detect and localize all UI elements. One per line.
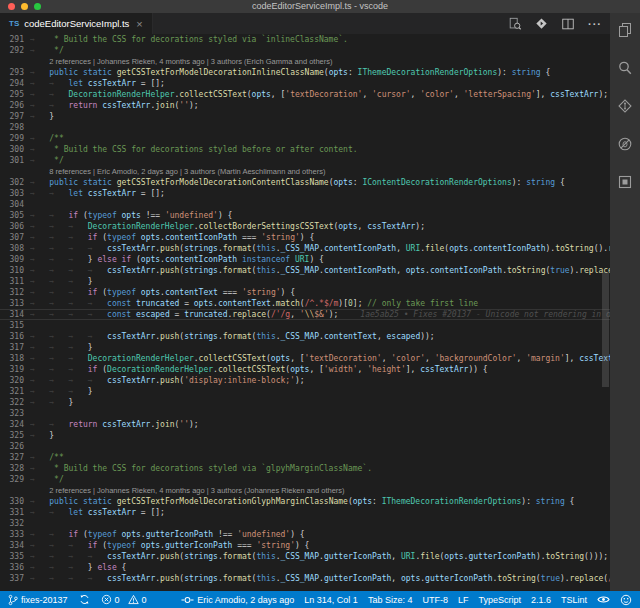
code-line[interactable]: 291→ * Build the CSS for decorations sty… — [0, 34, 610, 45]
line-number[interactable]: 295 — [0, 89, 30, 100]
line-number[interactable]: 335 — [0, 551, 30, 562]
code-line[interactable]: 309→→→} else if (opts.contentIconPath in… — [0, 254, 610, 265]
line-number[interactable]: 327 — [0, 452, 30, 463]
code-line[interactable]: 315 — [0, 320, 610, 331]
line-number[interactable]: 293 — [0, 67, 30, 78]
zoom-window-button[interactable] — [34, 3, 41, 10]
more-actions-icon[interactable]: ··· — [588, 19, 602, 29]
code-line[interactable]: 305→→if (typeof opts !== 'undefined') { — [0, 210, 610, 221]
line-number[interactable]: 325 — [0, 430, 30, 441]
line-number[interactable]: 326 — [0, 441, 30, 452]
line-number[interactable]: 333 — [0, 529, 30, 540]
code-line[interactable]: 306→→→DecorationRenderHelper.collectBord… — [0, 221, 610, 232]
explorer-icon[interactable] — [615, 21, 635, 38]
source-control-icon[interactable] — [615, 97, 635, 114]
line-number[interactable]: 310 — [0, 265, 30, 276]
code-line[interactable]: 327→/** — [0, 452, 610, 463]
code-line[interactable]: 336→→→} else { — [0, 562, 610, 573]
git-branch-status[interactable]: fixes-20137 — [8, 594, 68, 606]
line-number[interactable]: 323 — [0, 408, 30, 419]
line-number[interactable]: 317 — [0, 342, 30, 353]
code-line[interactable]: 331→→let cssTextArr = []; — [0, 507, 610, 518]
gitlens-icon[interactable] — [535, 17, 548, 30]
line-number[interactable]: 309 — [0, 254, 30, 265]
line-number[interactable] — [0, 56, 30, 67]
code-line[interactable]: 322→→} — [0, 397, 610, 408]
code-line[interactable]: 294→→let cssTextArr = []; — [0, 78, 610, 89]
code-line[interactable]: 330→public static getCSSTextForModelDeco… — [0, 496, 610, 507]
codelens-link[interactable]: 2 references | Johannes Rieken, 4 months… — [49, 486, 344, 495]
codelens-row[interactable]: 2 references | Johannes Rieken, 4 months… — [0, 485, 610, 496]
line-number[interactable]: 299 — [0, 133, 30, 144]
codelens-row[interactable]: 8 references | Eric Amodio, 2 days ago |… — [0, 166, 610, 177]
code-line[interactable]: 324→→return cssTextArr.join(''); — [0, 419, 610, 430]
code-line[interactable]: 317→→→} — [0, 342, 610, 353]
typescript-version-status[interactable]: 2.1.6 — [531, 595, 551, 605]
line-number[interactable]: 324 — [0, 419, 30, 430]
line-number[interactable] — [0, 166, 30, 177]
code-line[interactable]: 295→→DecorationRenderHelper.collectCSSTe… — [0, 89, 610, 100]
code-line[interactable]: 328→ * Build the CSS for decorations sty… — [0, 463, 610, 474]
line-number[interactable]: 322 — [0, 397, 30, 408]
code-line[interactable]: 308→→→→cssTextArr.push(strings.format(th… — [0, 243, 610, 254]
code-line[interactable]: 293→public static getCSSTextForModelDeco… — [0, 67, 610, 78]
code-line[interactable]: 323 — [0, 408, 610, 419]
encoding-status[interactable]: UTF-8 — [422, 595, 448, 605]
code-line[interactable]: 321→→→} — [0, 386, 610, 397]
code-editor[interactable]: 291→ * Build the CSS for decorations sty… — [0, 34, 610, 591]
line-number[interactable]: 337 — [0, 573, 30, 584]
vertical-scrollbar[interactable] — [602, 272, 609, 387]
line-number[interactable]: 331 — [0, 507, 30, 518]
line-number[interactable]: 321 — [0, 386, 30, 397]
search-icon[interactable] — [615, 59, 635, 76]
line-number[interactable]: 313 — [0, 298, 30, 309]
code-line[interactable]: 335→→→→cssTextArr.push(strings.format(th… — [0, 551, 610, 562]
open-preview-icon[interactable] — [508, 17, 522, 31]
code-line[interactable]: 332 — [0, 518, 610, 529]
feedback-smiley-icon[interactable] — [620, 594, 632, 606]
extensions-icon[interactable] — [615, 173, 635, 190]
code-line[interactable]: 303→→let cssTextArr = []; — [0, 188, 610, 199]
code-line[interactable]: 310→→→→cssTextArr.push(strings.format(th… — [0, 265, 610, 276]
code-line[interactable]: 319→→→if (DecorationRenderHelper.collect… — [0, 364, 610, 375]
code-line[interactable]: 333→→if (typeof opts.gutterIconPath !== … — [0, 529, 610, 540]
line-number[interactable]: 320 — [0, 375, 30, 386]
language-mode-status[interactable]: TypeScript — [478, 595, 521, 605]
code-line[interactable]: 300→ * Build the CSS for decorations sty… — [0, 144, 610, 155]
line-number[interactable]: 300 — [0, 144, 30, 155]
line-number[interactable]: 298 — [0, 122, 30, 133]
code-line[interactable]: 301→ */ — [0, 155, 610, 166]
code-line[interactable]: 302→public static getCSSTextForModelDeco… — [0, 177, 610, 188]
code-line[interactable]: 313→→→→const truncated = opts.contentTex… — [0, 298, 610, 309]
line-number[interactable]: 303 — [0, 188, 30, 199]
line-number[interactable]: 318 — [0, 353, 30, 364]
code-line[interactable]: 296→→return cssTextArr.join(''); — [0, 100, 610, 111]
line-number[interactable] — [0, 485, 30, 496]
split-editor-icon[interactable] — [561, 17, 575, 31]
line-number[interactable]: 330 — [0, 496, 30, 507]
tslint-status[interactable]: TSLint — [561, 595, 587, 605]
debug-icon[interactable] — [615, 135, 635, 152]
code-line[interactable]: 325→} — [0, 430, 610, 441]
line-number[interactable]: 297 — [0, 111, 30, 122]
line-number[interactable]: 306 — [0, 221, 30, 232]
line-number[interactable]: 307 — [0, 232, 30, 243]
line-number[interactable]: 312 — [0, 287, 30, 298]
line-number[interactable]: 329 — [0, 474, 30, 485]
line-number[interactable]: 305 — [0, 210, 30, 221]
code-line[interactable]: 334→→→if (typeof opts.gutterIconPath ===… — [0, 540, 610, 551]
line-number[interactable]: 302 — [0, 177, 30, 188]
code-line[interactable]: 326 — [0, 441, 610, 452]
code-line[interactable]: 314→→→→const escaped = truncated.replace… — [0, 309, 610, 320]
problems-status[interactable]: 0 0 — [101, 594, 147, 605]
tab-close-icon[interactable]: × — [136, 18, 142, 30]
preview-eye-icon[interactable] — [597, 594, 610, 605]
eol-status[interactable]: LF — [458, 595, 469, 605]
code-line[interactable]: 312→→→if (typeof opts.contentText === 's… — [0, 287, 610, 298]
line-number[interactable]: 315 — [0, 320, 30, 331]
line-number[interactable]: 292 — [0, 45, 30, 56]
gitlens-blame-status[interactable]: Eric Amodio, 2 days ago — [181, 595, 294, 605]
line-number[interactable]: 336 — [0, 562, 30, 573]
tab-size-status[interactable]: Tab Size: 4 — [368, 595, 413, 605]
code-line[interactable]: 298 — [0, 122, 610, 133]
